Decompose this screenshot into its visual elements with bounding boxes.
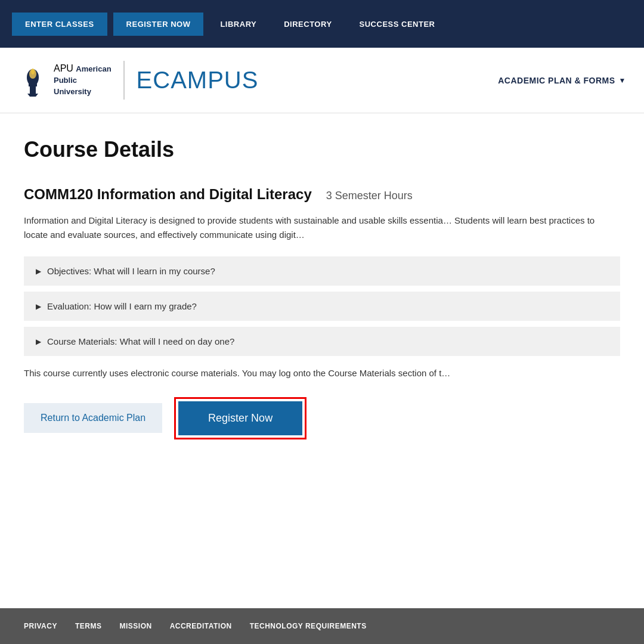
dropdown-arrow-icon: ▼ (619, 76, 626, 85)
library-link[interactable]: LIBRARY (209, 20, 267, 29)
page-title: Course Details (24, 137, 620, 162)
accordion-arrow-icon: ▶ (36, 267, 41, 275)
action-buttons-row: Return to Academic Plan Register Now (24, 397, 620, 439)
top-navigation: ENTER CLASSES REGISTER NOW LIBRARY DIREC… (0, 0, 644, 48)
academic-plan-dropdown[interactable]: ACADEMIC PLAN & FORMS ▼ (498, 76, 626, 85)
course-materials-note: This course currently uses electronic co… (24, 367, 620, 380)
footer-link-terms[interactable]: TERMS (75, 622, 102, 630)
semester-hours: 3 Semester Hours (326, 190, 413, 202)
course-title: COMM120 Information and Digital Literacy (24, 186, 312, 203)
course-description: Information and Digital Literacy is desi… (24, 213, 620, 242)
accordion-objectives-label: Objectives: What will I learn in my cour… (47, 266, 215, 276)
ecampus-label: ECAMPUS (125, 67, 259, 94)
accordion-evaluation-label: Evaluation: How will I earn my grade? (47, 301, 197, 311)
accordion-arrow-icon: ▶ (36, 338, 41, 346)
course-title-row: COMM120 Information and Digital Literacy… (24, 186, 620, 203)
return-to-academic-plan-button[interactable]: Return to Academic Plan (24, 403, 162, 433)
register-now-highlight: Register Now (174, 397, 306, 439)
directory-link[interactable]: DIRECTORY (273, 20, 342, 29)
enter-classes-button[interactable]: ENTER CLASSES (12, 13, 107, 36)
accordion-materials[interactable]: ▶ Course Materials: What will I need on … (24, 327, 620, 356)
footer: PRIVACYTERMSMISSIONACCREDITATIONTECHNOLO… (0, 608, 644, 644)
apu-torch-icon (18, 61, 48, 100)
footer-link-technology-requirements[interactable]: TECHNOLOGY REQUIREMENTS (250, 622, 367, 630)
accordion-objectives[interactable]: ▶ Objectives: What will I learn in my co… (24, 256, 620, 286)
accordion-materials-label: Course Materials: What will I need on da… (47, 336, 234, 346)
main-content: Course Details COMM120 Information and D… (0, 113, 644, 481)
academic-plan-label: ACADEMIC PLAN & FORMS (498, 76, 615, 85)
register-now-nav-button[interactable]: REGISTER NOW (113, 13, 204, 36)
apu-abbreviation: APU (54, 63, 73, 73)
logo: APU American Public University ECAMPUS (18, 61, 258, 100)
apu-text-block: APU American Public University (54, 63, 112, 98)
register-now-button[interactable]: Register Now (178, 401, 302, 435)
success-center-link[interactable]: SUCCESS CENTER (349, 20, 446, 29)
footer-link-mission[interactable]: MISSION (119, 622, 151, 630)
footer-link-accreditation[interactable]: ACCREDITATION (170, 622, 232, 630)
apu-logo: APU American Public University (18, 61, 125, 100)
logo-bar: APU American Public University ECAMPUS A… (0, 48, 644, 113)
accordion-arrow-icon: ▶ (36, 302, 41, 311)
footer-link-privacy[interactable]: PRIVACY (24, 622, 57, 630)
accordion-evaluation[interactable]: ▶ Evaluation: How will I earn my grade? (24, 292, 620, 321)
svg-point-4 (31, 69, 35, 75)
